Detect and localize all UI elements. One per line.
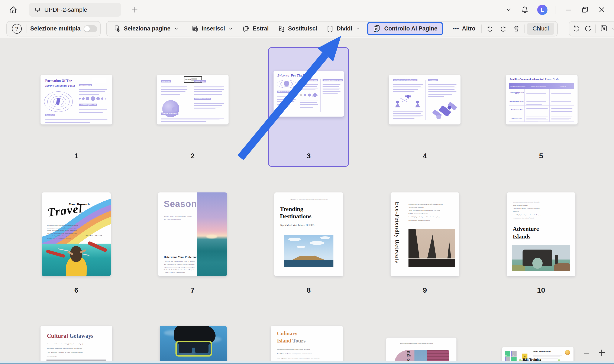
page-thumbnail-1[interactable]: Formation Of The Earth's Magnetic Field … xyxy=(40,75,112,124)
help-button[interactable]: ? xyxy=(10,23,24,35)
p7-subtitle-line1: How To Choose The Right Island For Yours… xyxy=(164,215,196,218)
p9-line: Farm-To-Table Dining Experiences xyxy=(408,219,456,222)
minimize-button[interactable] xyxy=(564,6,573,14)
ai-page-check-button[interactable]: Controllo AI Pagine xyxy=(367,22,443,35)
p1-text-lines xyxy=(79,88,107,96)
redo-button[interactable] xyxy=(497,23,509,35)
replace-icon xyxy=(278,25,285,33)
toolbar-divider xyxy=(595,25,596,33)
zoom-in-button[interactable]: + xyxy=(598,345,605,360)
multi-select-toggle[interactable] xyxy=(84,25,97,32)
p13-title-line2: Island Tours xyxy=(277,338,305,344)
chevron-down-icon[interactable] xyxy=(611,26,614,32)
page-number: 9 xyxy=(410,286,440,294)
notification-bell-icon[interactable] xyxy=(521,6,529,14)
close-organize-label: Chiudi xyxy=(533,25,549,32)
home-button[interactable] xyxy=(7,4,19,16)
p9-line: Sumba Island (Indonesia) xyxy=(408,206,456,209)
more-button[interactable]: ••• Altro xyxy=(449,23,479,35)
p5-row-label: Application Areas xyxy=(509,114,525,122)
p8-island-photo xyxy=(284,235,333,267)
page-number: 8 xyxy=(294,286,324,294)
replace-label: Sostituisci xyxy=(288,25,317,32)
insert-icon xyxy=(191,25,199,33)
delete-page-button[interactable] xyxy=(510,23,522,35)
page-thumbnail-12[interactable] xyxy=(160,326,227,364)
extract-label: Estrai xyxy=(253,25,269,32)
p5-row-label: Global Coverage(As Of 2024) xyxy=(509,89,525,97)
p5-row-label: Data Transfer Rate xyxy=(509,106,525,114)
split-button[interactable]: Dividi xyxy=(322,23,365,35)
page-thumbnail-6[interactable]: Trend Research Travel Ocean Adventures O… xyxy=(42,193,111,276)
plus-icon xyxy=(131,6,139,14)
p9-line: Local Highlights: Indigenous Flora And F… xyxy=(408,215,456,219)
page-thumbnail-14[interactable]: Recommended Destinations: Crete (Greece)… xyxy=(386,338,457,364)
chevron-down-icon[interactable] xyxy=(505,6,512,14)
p1-badge: Solar Wind xyxy=(45,114,54,116)
undo-disabled-button[interactable] xyxy=(573,25,581,33)
chevron-down-icon xyxy=(355,26,361,31)
p9-rocks-photo xyxy=(408,229,455,267)
page-number: 6 xyxy=(61,286,91,294)
p11-line: Local Highlights: Traditional art forms,… xyxy=(47,351,107,354)
page-thumbnail-10[interactable]: Recommended Destinations: Maui (Hawaii),… xyxy=(507,193,575,276)
page-thumbnail-9[interactable]: Eco-Friendly Retreats Recommended Destin… xyxy=(391,193,459,276)
organize-pages-toolbar: ? Selezione multipla Seleziona pagine xyxy=(0,20,614,38)
redo-icon xyxy=(584,25,591,32)
toolbar-divider xyxy=(524,25,525,33)
p5-row-label: Main Interfering Factors xyxy=(509,97,525,105)
document-tab[interactable]: UPDF-2-sample xyxy=(29,3,121,17)
toolbar-divider xyxy=(447,25,447,33)
ai-page-check-label: Controllo AI Pagine xyxy=(384,25,437,32)
redo-disabled-button[interactable] xyxy=(584,25,591,33)
ai-page-check-icon xyxy=(373,25,381,33)
p13-line: Recommended Destinations: Crete (Greece)… xyxy=(277,348,339,351)
p8-title-line1: Trending xyxy=(280,205,303,213)
page-thumbnail-3[interactable]: Evidence For The Theory Influence Of Tid… xyxy=(274,71,344,117)
page-thumbnail-7[interactable]: Season How To Choose The Right Island Fo… xyxy=(158,193,227,276)
save-button[interactable] xyxy=(600,24,608,33)
close-window-button[interactable] xyxy=(597,6,606,14)
replace-button[interactable]: Sostituisci xyxy=(274,23,321,35)
user-avatar[interactable]: L xyxy=(537,5,548,15)
avatar-initial: L xyxy=(541,7,544,13)
page-thumbnail-11[interactable]: Cultural Getaways Recommended Destinatio… xyxy=(40,326,112,364)
page-thumbnail-5[interactable]: Satellite Communications And Power Grids… xyxy=(506,75,577,124)
p1-title-line2: Earth's Magnetic Field xyxy=(45,84,75,88)
restore-window-button[interactable] xyxy=(581,6,589,14)
page-thumbnail-13[interactable]: Culinary Island Tours Recommended Destin… xyxy=(271,326,343,364)
p2-badge: Introduction xyxy=(161,80,171,82)
p3-text-lines xyxy=(300,83,318,91)
more-label: Altro xyxy=(462,25,475,32)
toolbar-divider xyxy=(185,25,185,33)
page-thumbnail-8[interactable]: Highlights On Bali, Maldives, Santorini,… xyxy=(274,193,343,276)
page-thumbnail-2[interactable]: Introduction Antonio Dynamo Theory Role … xyxy=(157,75,229,124)
p3-text-lines xyxy=(323,83,340,96)
p7-sunset-photo xyxy=(197,193,227,276)
close-organize-button[interactable]: Chiudi xyxy=(527,23,555,35)
document-icon xyxy=(34,6,41,13)
p3-badge: Seismic And Geodetic Data xyxy=(323,79,343,81)
p8-top-note: Highlights On Bali, Maldives, Santorini,… xyxy=(274,197,343,201)
titlebar-right-controls: L xyxy=(505,5,614,15)
new-tab-button[interactable] xyxy=(130,5,140,15)
zoom-out-button[interactable]: − xyxy=(584,348,589,359)
undo-button[interactable] xyxy=(484,23,496,35)
p10-line: Bocas del Toro (Panama) xyxy=(513,204,568,207)
p1-field-diagram xyxy=(43,90,73,113)
p3-title: Evidence For The Theory xyxy=(277,74,313,77)
page-thumbnail-4[interactable]: Implications And Future Research Conclus… xyxy=(389,75,460,124)
chevron-down-icon xyxy=(174,26,179,31)
updf-page-organizer-window: UPDF-2-sample L xyxy=(0,0,614,364)
p15-smiley xyxy=(565,350,570,355)
extract-button[interactable]: Estrai xyxy=(238,23,273,35)
select-pages-icon xyxy=(113,25,121,33)
taskbar-edge xyxy=(0,361,614,364)
p1-planet-row xyxy=(79,96,109,101)
p3-field-diagram xyxy=(277,79,296,89)
insert-button[interactable]: Inserisci xyxy=(187,23,237,35)
page-number: 3 xyxy=(294,152,324,160)
p3-column-divider xyxy=(320,79,321,112)
p4-satellite-illustration xyxy=(431,102,457,121)
select-pages-button[interactable]: Seleziona pagine xyxy=(110,23,183,35)
